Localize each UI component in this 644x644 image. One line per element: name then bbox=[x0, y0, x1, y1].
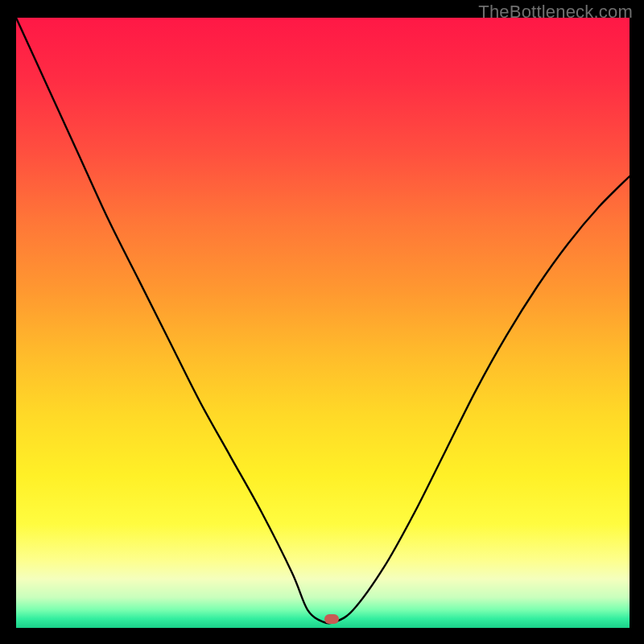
bottleneck-curve bbox=[16, 18, 630, 628]
watermark-text: TheBottleneck.com bbox=[478, 2, 633, 23]
chart-frame: TheBottleneck.com bbox=[0, 0, 644, 644]
bottleneck-marker bbox=[324, 614, 339, 624]
